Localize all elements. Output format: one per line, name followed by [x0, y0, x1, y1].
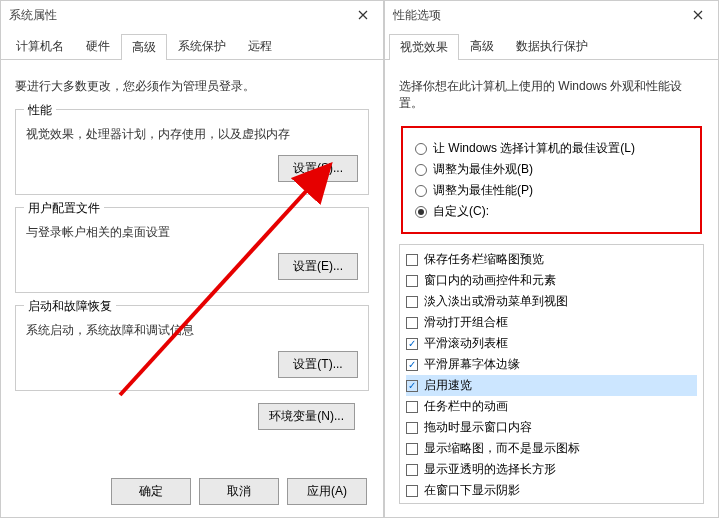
- content-left: 要进行大多数更改，您必须作为管理员登录。 性能 视觉效果，处理器计划，内存使用，…: [1, 60, 383, 442]
- checkbox-icon: [406, 422, 418, 434]
- checkbox-icon: [406, 275, 418, 287]
- radio-icon: [415, 185, 427, 197]
- check-label: 拖动时显示窗口内容: [424, 419, 532, 436]
- radio-label: 调整为最佳外观(B): [433, 161, 533, 178]
- radio-icon: [415, 143, 427, 155]
- env-vars-button[interactable]: 环境变量(N)...: [258, 403, 355, 430]
- checkbox-icon: [406, 338, 418, 350]
- window-title-right: 性能选项: [393, 7, 441, 24]
- tab-hardware[interactable]: 硬件: [75, 33, 121, 59]
- tab-advanced-right[interactable]: 高级: [459, 33, 505, 59]
- radio-label: 自定义(C):: [433, 203, 489, 220]
- check-list[interactable]: 保存任务栏缩略图预览窗口内的动画控件和元素淡入淡出或滑动菜单到视图滑动打开组合框…: [399, 244, 704, 504]
- group-title-profile: 用户配置文件: [24, 200, 104, 217]
- check-label: 平滑屏幕字体边缘: [424, 356, 520, 373]
- check-option-6[interactable]: 启用速览: [406, 375, 697, 396]
- checkbox-icon: [406, 254, 418, 266]
- content-right: 选择你想在此计算机上使用的 Windows 外观和性能设置。 让 Windows…: [385, 60, 718, 516]
- intro-text: 要进行大多数更改，您必须作为管理员登录。: [15, 78, 369, 95]
- close-button-left[interactable]: [343, 1, 383, 29]
- checkbox-icon: [406, 296, 418, 308]
- check-option-10[interactable]: 显示亚透明的选择长方形: [406, 459, 697, 480]
- check-option-4[interactable]: 平滑滚动列表框: [406, 333, 697, 354]
- tab-system-protection[interactable]: 系统保护: [167, 33, 237, 59]
- group-title-startup: 启动和故障恢复: [24, 298, 116, 315]
- tab-computer-name[interactable]: 计算机名: [5, 33, 75, 59]
- tab-dep[interactable]: 数据执行保护: [505, 33, 599, 59]
- close-icon: [358, 10, 368, 20]
- check-option-5[interactable]: 平滑屏幕字体边缘: [406, 354, 697, 375]
- radio-option-1[interactable]: 调整为最佳外观(B): [415, 159, 688, 180]
- apply-button[interactable]: 应用(A): [287, 478, 367, 505]
- titlebar-left: 系统属性: [1, 1, 383, 29]
- radio-label: 调整为最佳性能(P): [433, 182, 533, 199]
- check-option-0[interactable]: 保存任务栏缩略图预览: [406, 249, 697, 270]
- check-label: 平滑滚动列表框: [424, 335, 508, 352]
- checkbox-icon: [406, 464, 418, 476]
- group-desc-perf: 视觉效果，处理器计划，内存使用，以及虚拟内存: [26, 126, 358, 143]
- footer-left: 确定 取消 应用(A): [111, 478, 367, 505]
- intro-right: 选择你想在此计算机上使用的 Windows 外观和性能设置。: [399, 78, 704, 112]
- settings-button-profile[interactable]: 设置(E)...: [278, 253, 358, 280]
- radio-option-0[interactable]: 让 Windows 选择计算机的最佳设置(L): [415, 138, 688, 159]
- check-label: 保存任务栏缩略图预览: [424, 251, 544, 268]
- group-startup: 启动和故障恢复 系统启动，系统故障和调试信息 设置(T)...: [15, 305, 369, 391]
- check-label: 窗口内的动画控件和元素: [424, 272, 556, 289]
- check-label: 任务栏中的动画: [424, 398, 508, 415]
- group-title-perf: 性能: [24, 102, 56, 119]
- check-option-2[interactable]: 淡入淡出或滑动菜单到视图: [406, 291, 697, 312]
- tabs-left: 计算机名 硬件 高级 系统保护 远程: [1, 33, 383, 60]
- window-title: 系统属性: [9, 7, 57, 24]
- check-option-7[interactable]: 任务栏中的动画: [406, 396, 697, 417]
- checkbox-icon: [406, 317, 418, 329]
- settings-button-perf[interactable]: 设置(S)...: [278, 155, 358, 182]
- ok-button[interactable]: 确定: [111, 478, 191, 505]
- tab-visual-effects[interactable]: 视觉效果: [389, 34, 459, 60]
- tabs-right: 视觉效果 高级 数据执行保护: [385, 33, 718, 60]
- checkbox-icon: [406, 485, 418, 497]
- group-desc-profile: 与登录帐户相关的桌面设置: [26, 224, 358, 241]
- checkbox-icon: [406, 401, 418, 413]
- check-label: 启用速览: [424, 377, 472, 394]
- check-option-3[interactable]: 滑动打开组合框: [406, 312, 697, 333]
- check-option-1[interactable]: 窗口内的动画控件和元素: [406, 270, 697, 291]
- radio-option-2[interactable]: 调整为最佳性能(P): [415, 180, 688, 201]
- close-icon: [693, 10, 703, 20]
- checkbox-icon: [406, 380, 418, 392]
- radio-icon: [415, 206, 427, 218]
- cancel-button[interactable]: 取消: [199, 478, 279, 505]
- radio-icon: [415, 164, 427, 176]
- settings-button-startup[interactable]: 设置(T)...: [278, 351, 358, 378]
- group-profile: 用户配置文件 与登录帐户相关的桌面设置 设置(E)...: [15, 207, 369, 293]
- group-performance: 性能 视觉效果，处理器计划，内存使用，以及虚拟内存 设置(S)...: [15, 109, 369, 195]
- check-label: 显示亚透明的选择长方形: [424, 461, 556, 478]
- titlebar-right: 性能选项: [385, 1, 718, 29]
- tab-advanced[interactable]: 高级: [121, 34, 167, 60]
- check-option-12[interactable]: 在单击后淡出菜单: [406, 501, 697, 504]
- check-label: 在窗口下显示阴影: [424, 482, 520, 499]
- performance-options-window: 性能选项 视觉效果 高级 数据执行保护 选择你想在此计算机上使用的 Window…: [384, 0, 719, 518]
- checkbox-icon: [406, 359, 418, 371]
- check-option-11[interactable]: 在窗口下显示阴影: [406, 480, 697, 501]
- check-label: 显示缩略图，而不是显示图标: [424, 440, 580, 457]
- radio-label: 让 Windows 选择计算机的最佳设置(L): [433, 140, 635, 157]
- tab-remote[interactable]: 远程: [237, 33, 283, 59]
- check-option-8[interactable]: 拖动时显示窗口内容: [406, 417, 697, 438]
- check-label: 在单击后淡出菜单: [424, 503, 520, 504]
- radio-option-3[interactable]: 自定义(C):: [415, 201, 688, 222]
- close-button-right[interactable]: [678, 1, 718, 29]
- radio-group: 让 Windows 选择计算机的最佳设置(L)调整为最佳外观(B)调整为最佳性能…: [401, 126, 702, 234]
- checkbox-icon: [406, 443, 418, 455]
- check-option-9[interactable]: 显示缩略图，而不是显示图标: [406, 438, 697, 459]
- check-label: 滑动打开组合框: [424, 314, 508, 331]
- system-properties-window: 系统属性 计算机名 硬件 高级 系统保护 远程 要进行大多数更改，您必须作为管理…: [0, 0, 384, 518]
- group-desc-startup: 系统启动，系统故障和调试信息: [26, 322, 358, 339]
- check-label: 淡入淡出或滑动菜单到视图: [424, 293, 568, 310]
